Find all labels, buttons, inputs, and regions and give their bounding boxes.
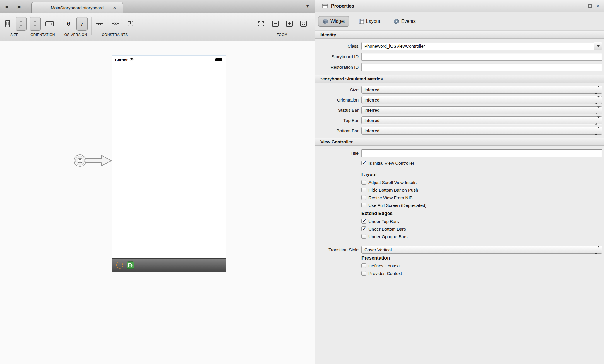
orientation-popup[interactable]: Inferred: [361, 96, 602, 104]
storyboard-canvas[interactable]: Carrier: [0, 41, 315, 364]
checkbox-box[interactable]: ✓: [361, 161, 366, 165]
checkbox-box[interactable]: ✓: [361, 188, 366, 192]
checkbox-box[interactable]: ✓: [361, 195, 366, 200]
bottom-bar-popup[interactable]: Inferred: [361, 127, 602, 135]
checkbox-box[interactable]: ✓: [361, 219, 366, 224]
size-iphone-button[interactable]: [2, 17, 13, 31]
layout-grid-icon: [359, 19, 364, 24]
checkbox-label: Under Top Bars: [368, 219, 399, 224]
checkbox-provides-context[interactable]: ✓ Provides Context: [361, 269, 604, 277]
checkbox-label: Provides Context: [368, 271, 402, 276]
forward-icon: ▶: [18, 4, 21, 9]
constraints-group: CONSTRAINTS: [94, 15, 135, 37]
zoom-in-button[interactable]: [284, 17, 295, 31]
checkbox-hide-bottom-bar-on-push[interactable]: ✓ Hide Bottom Bar on Push: [361, 186, 604, 194]
properties-panel: Properties × Widget Layout: [315, 0, 604, 364]
tab-events[interactable]: Events: [390, 16, 420, 26]
properties-header: Properties ×: [315, 0, 604, 12]
checkbox-box[interactable]: ✓: [361, 226, 366, 231]
top-bar-popup[interactable]: Inferred: [361, 116, 602, 124]
remove-constraint-button[interactable]: [109, 17, 122, 31]
status-bar-popup[interactable]: Inferred: [361, 106, 602, 114]
checkbox-label: Is Initial View Controller: [368, 161, 414, 166]
class-dropdown-button[interactable]: [594, 42, 602, 50]
tab-bar: ◀ ▶ MainStoryboard.storyboard × ▼: [0, 0, 315, 13]
zoom-in-icon: [286, 20, 293, 27]
tab-mainstoryboard[interactable]: MainStoryboard.storyboard ×: [31, 2, 123, 13]
size-popup[interactable]: Inferred: [361, 86, 602, 94]
presentation-header: Presentation: [361, 255, 604, 261]
title-field[interactable]: [361, 149, 602, 157]
size-iphone-tall-button[interactable]: [16, 17, 27, 31]
storyboard-id-row: Storyboard ID: [315, 53, 602, 61]
layout-block-header: Layout: [361, 172, 604, 177]
tab-widget[interactable]: Widget: [318, 16, 349, 27]
transition-style-value: Cover Vertical: [364, 247, 392, 252]
top-bar-row: Top Bar Inferred: [315, 116, 602, 124]
storyboard-id-field[interactable]: [361, 53, 602, 61]
ios-version-group-label: iOS VERSION: [64, 33, 87, 37]
presentation-block: Presentation ✓ Defines Context ✓ Provide…: [315, 254, 604, 279]
editor-area: ◀ ▶ MainStoryboard.storyboard × ▼ SIZE O…: [0, 0, 315, 364]
add-constraint-button[interactable]: [93, 17, 106, 31]
checkbox-label: Use Full Screen (Deprecated): [368, 203, 426, 208]
zoom-fit-button[interactable]: [255, 17, 267, 31]
title-row: Title: [315, 149, 602, 157]
orientation-portrait-button[interactable]: [30, 17, 41, 31]
checkbox-is-initial-view-controller[interactable]: ✓ Is Initial View Controller: [361, 160, 604, 166]
designer-toolbar: SIZE ORIENTATION 6 7 iOS VERSION: [0, 13, 315, 41]
checkbox-box[interactable]: ✓: [361, 271, 366, 276]
view-controller-rows: Title ✓ Is Initial View Controller: [315, 146, 604, 169]
stepper-arrows-icon: [595, 247, 600, 252]
dock-panel-icon[interactable]: [588, 4, 592, 8]
zoom-out-button[interactable]: [269, 17, 281, 31]
forward-button[interactable]: ▶: [15, 3, 23, 11]
checkbox-label: Resize View From NIB: [368, 195, 413, 200]
orientation-value: Inferred: [364, 97, 380, 102]
tab-layout[interactable]: Layout: [354, 16, 384, 26]
carrier-label: Carrier: [115, 58, 128, 62]
ios-version-7-button[interactable]: 7: [76, 17, 88, 31]
tab-events-label: Events: [401, 19, 416, 24]
checkbox-box[interactable]: ✓: [361, 263, 366, 268]
checkbox-under-opaque-bars[interactable]: ✓ Under Opaque Bars: [361, 233, 604, 240]
chevron-down-icon: [597, 45, 600, 47]
orientation-landscape-button[interactable]: [43, 17, 56, 31]
check-icon: ✓: [362, 159, 367, 166]
transition-style-popup[interactable]: Cover Vertical: [361, 246, 602, 254]
identity-header-label: Identity: [320, 32, 336, 37]
exit-segue-icon[interactable]: [127, 261, 134, 269]
checkbox-resize-view-from-nib[interactable]: ✓ Resize View From NIB: [361, 194, 604, 201]
checkbox-defines-context[interactable]: ✓ Defines Context: [361, 262, 604, 269]
checkbox-under-bottom-bars[interactable]: ✓ Under Bottom Bars: [361, 225, 604, 233]
ios-version-6-button[interactable]: 6: [63, 17, 74, 31]
frame-constraint-button[interactable]: [124, 17, 137, 31]
tab-title: MainStoryboard.storyboard: [51, 5, 104, 10]
checkbox-use-full-screen[interactable]: ✓ Use Full Screen (Deprecated): [361, 201, 604, 209]
tab-list-dropdown-icon[interactable]: ▼: [306, 4, 310, 8]
storyboard-id-label: Storyboard ID: [315, 54, 359, 59]
back-button[interactable]: ◀: [2, 3, 11, 11]
checkbox-adjust-scroll-view-insets[interactable]: ✓ Adjust Scroll View Insets: [361, 178, 604, 186]
checkbox-label: Under Bottom Bars: [368, 226, 406, 231]
checkbox-under-top-bars[interactable]: ✓ Under Top Bars: [361, 217, 604, 225]
check-icon: ✓: [362, 225, 367, 231]
stepper-arrows-icon: [595, 87, 600, 92]
class-combobox[interactable]: Phoneword_iOSViewController: [361, 42, 602, 50]
checkbox-label: Adjust Scroll View Insets: [368, 180, 417, 185]
bottom-bar-row: Bottom Bar Inferred: [315, 127, 602, 135]
events-circle-icon: [394, 19, 399, 24]
view-controller-scene[interactable]: Carrier: [112, 56, 226, 272]
initial-view-controller-arrow[interactable]: [73, 152, 113, 169]
restoration-id-field[interactable]: [361, 63, 602, 71]
tab-close-icon[interactable]: ×: [113, 5, 116, 11]
properties-panel-icon: [322, 4, 328, 8]
first-responder-icon[interactable]: [116, 262, 123, 269]
remove-constraint-icon: [111, 20, 120, 27]
tab-layout-label: Layout: [366, 19, 380, 24]
close-panel-icon[interactable]: ×: [596, 4, 599, 9]
checkbox-box[interactable]: ✓: [361, 234, 366, 239]
zoom-actual-size-button[interactable]: [298, 17, 309, 31]
checkbox-box[interactable]: ✓: [361, 180, 366, 185]
checkbox-box[interactable]: ✓: [361, 203, 366, 207]
